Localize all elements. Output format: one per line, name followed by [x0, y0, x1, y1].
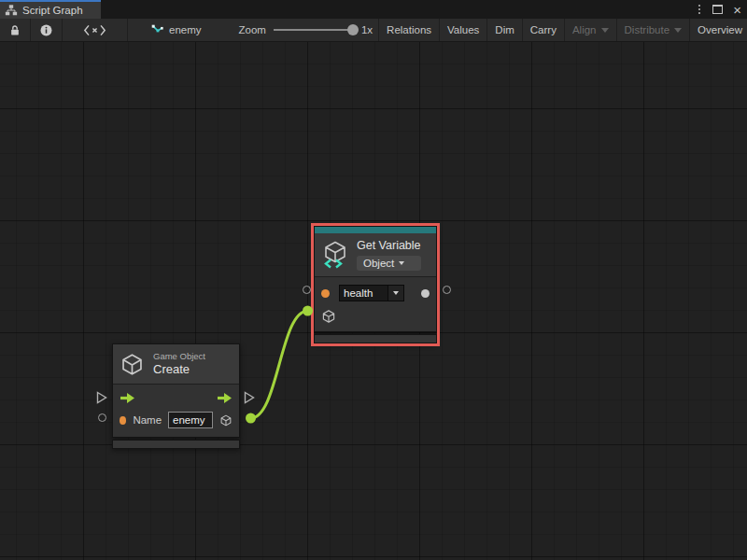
lock-icon — [8, 23, 21, 37]
align-button[interactable]: Align — [565, 19, 617, 41]
game-object-cube-icon — [120, 352, 145, 377]
variable-name-input[interactable] — [339, 285, 388, 301]
object-variable-icon — [322, 240, 348, 269]
close-icon[interactable]: × — [731, 3, 743, 17]
variable-kind-bar — [315, 227, 436, 233]
zoom-label: Zoom — [239, 24, 266, 35]
connection-wire[interactable] — [251, 311, 308, 418]
info-button[interactable] — [31, 19, 63, 41]
value-outer-port[interactable] — [443, 286, 451, 294]
variable-scope-dropdown[interactable]: Object — [357, 256, 421, 271]
tab-title: Script Graph — [22, 5, 83, 16]
code-view-button[interactable] — [63, 19, 128, 41]
node-title: Create — [153, 362, 205, 377]
distribute-button[interactable]: Distribute — [617, 19, 691, 41]
object-target-icon — [321, 309, 336, 324]
value-output-port[interactable] — [421, 289, 430, 298]
flow-out-arrow-icon[interactable] — [217, 392, 233, 404]
maximize-icon[interactable] — [712, 5, 723, 14]
node-get-variable[interactable]: Get Variable Object — [314, 226, 437, 343]
chevron-down-icon — [399, 261, 404, 265]
code-brackets-icon — [83, 24, 106, 36]
node-header: Get Variable Object — [315, 233, 436, 277]
graph-toolbar: enemy Zoom 1x Relations Values Dim Carry… — [0, 19, 747, 42]
relations-button[interactable]: Relations — [378, 19, 440, 41]
tab-script-graph[interactable]: Script Graph — [0, 0, 101, 19]
dim-button[interactable]: Dim — [487, 19, 522, 41]
chevron-down-icon — [393, 291, 399, 295]
graph-canvas[interactable]: Game Object Create Name — [0, 42, 747, 560]
variable-name-outer-port[interactable] — [303, 286, 311, 294]
name-outer-port[interactable] — [98, 413, 106, 422]
node-title: Get Variable — [357, 238, 421, 253]
zoom-slider-handle[interactable] — [347, 24, 359, 35]
name-value-input[interactable] — [168, 412, 213, 428]
flow-in-outer-port[interactable] — [96, 391, 107, 404]
variable-name-dropdown[interactable] — [388, 285, 404, 301]
flow-out-outer-port[interactable] — [244, 391, 255, 404]
graph-icon — [150, 23, 164, 37]
zoom-slider[interactable] — [274, 29, 354, 31]
node-footer — [112, 440, 240, 449]
lock-button[interactable] — [0, 19, 31, 41]
game-object-output-icon — [219, 413, 233, 428]
get-variable-object-in-port[interactable] — [303, 306, 313, 316]
name-input-port[interactable] — [120, 416, 126, 425]
carry-button[interactable]: Carry — [523, 19, 565, 41]
node-header: Game Object Create — [113, 344, 239, 385]
graph-reference-label: enemy — [169, 24, 202, 35]
graph-reference-breadcrumb[interactable]: enemy — [141, 19, 211, 41]
node-footer — [314, 334, 437, 343]
window-menu-icon[interactable] — [695, 3, 704, 16]
flow-in-arrow-icon[interactable] — [120, 392, 135, 404]
window-tab-bar: Script Graph × — [0, 0, 747, 19]
variable-name-input-port[interactable] — [321, 289, 330, 298]
overview-button[interactable]: Overview — [690, 19, 747, 41]
graph-hierarchy-icon — [5, 4, 18, 17]
values-button[interactable]: Values — [440, 19, 487, 41]
info-icon — [39, 23, 53, 37]
node-create-game-object[interactable]: Game Object Create Name — [112, 343, 240, 449]
node-category: Game Object — [153, 351, 205, 362]
chevron-down-icon — [674, 28, 682, 33]
name-port-label: Name — [133, 414, 162, 426]
create-game-object-out-port[interactable] — [246, 413, 256, 424]
chevron-down-icon — [601, 28, 609, 33]
zoom-value: 1x — [361, 24, 373, 35]
